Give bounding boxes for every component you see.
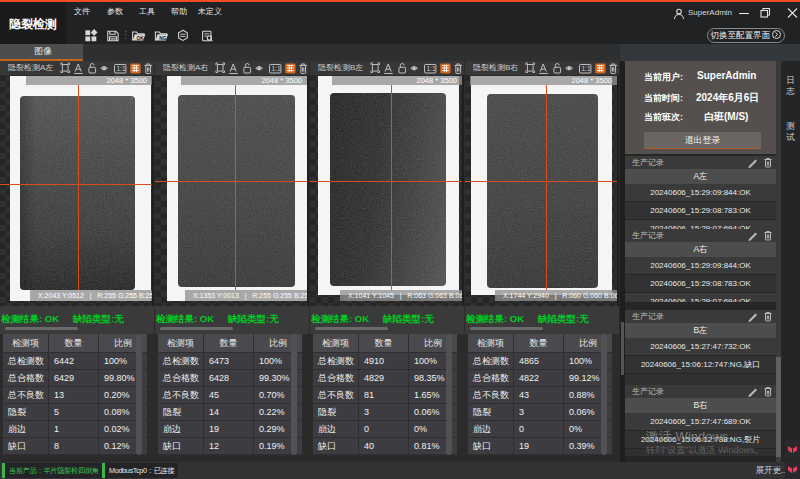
svg-text:1:1: 1:1 xyxy=(581,65,591,72)
svg-text:1:1: 1:1 xyxy=(426,65,436,72)
svg-text:1:1: 1:1 xyxy=(271,65,281,72)
svg-text:OK: OK xyxy=(137,36,145,41)
svg-text:NG: NG xyxy=(159,36,166,41)
svg-text:1:1: 1:1 xyxy=(116,65,126,72)
